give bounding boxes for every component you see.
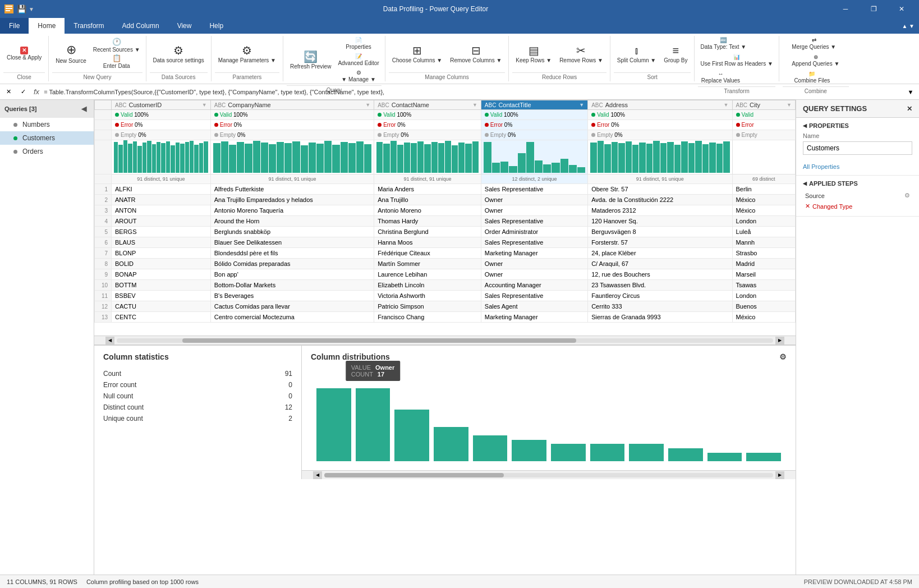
minimize-btn[interactable]: ─ [833, 0, 858, 18]
address-cell: Forsterstr. 57 [588, 237, 732, 248]
table-row[interactable]: 13 CENTC Centro comercial Moctezuma Fran… [95, 312, 796, 323]
qs-close-btn[interactable]: ✕ [907, 105, 912, 113]
dist-bar[interactable] [629, 444, 664, 461]
replace-values-btn[interactable]: ↔ Replace Values [698, 70, 743, 85]
table-row[interactable]: 1 ALFKI Alfreds Futterkiste Maria Anders… [95, 184, 796, 195]
stats-list: Count91Error count0Null count0Distinct c… [103, 368, 292, 424]
col-header-contactname[interactable]: ABC ContactName ▼ [374, 100, 481, 110]
col-dist-settings-btn[interactable]: ⚙ [779, 352, 787, 361]
query-item-orders[interactable]: Orders [0, 145, 94, 158]
params-group-label: Parameters [215, 72, 279, 81]
table-row[interactable]: 3 ANTON Antonio Moreno Taquería Antonio … [95, 205, 796, 216]
horizontal-scroll-bar[interactable]: ◀ ▶ [94, 336, 796, 344]
dist-bar[interactable] [316, 388, 351, 461]
formula-input[interactable] [44, 89, 902, 95]
dist-scroll-track[interactable] [324, 473, 773, 477]
refresh-preview-btn[interactable]: 🔄 Refresh Preview [287, 43, 334, 77]
close-btn[interactable]: ✕ [889, 0, 915, 18]
query-item-customers[interactable]: Customers [0, 131, 94, 145]
qs-all-properties-link[interactable]: All Properties [803, 163, 839, 170]
table-row[interactable]: 12 CACTU Cactus Comidas para llevar Patr… [95, 301, 796, 312]
scroll-left-btn[interactable]: ◀ [105, 337, 114, 344]
tab-view[interactable]: View [168, 18, 201, 34]
enter-data-btn[interactable]: 📋 Enter Data [91, 54, 143, 70]
close-apply-btn[interactable]: ✕ Close & Apply [3, 37, 45, 71]
split-column-btn[interactable]: ⫾ Split Column ▼ [614, 37, 659, 71]
dist-scroll-bar[interactable]: ◀ ▶ [302, 470, 796, 479]
row-num-cell: 3 [95, 205, 112, 216]
table-scroll-area[interactable]: ABC CustomerID ▼ ABC CompanyName ▼ [94, 100, 796, 336]
city-cell: Buenos [732, 301, 795, 312]
dist-bar[interactable] [590, 444, 625, 461]
applied-step-source[interactable]: Source⚙ [803, 190, 912, 201]
dist-scroll-right[interactable]: ▶ [775, 471, 784, 479]
col-header-customerid[interactable]: ABC CustomerID ▼ [112, 100, 211, 110]
recent-sources-btn[interactable]: 🕐 Recent Sources ▼ [91, 38, 143, 53]
manage-query-btn[interactable]: ⚙ ▼ Manage ▼ [336, 68, 381, 84]
tab-transform[interactable]: Transform [65, 18, 113, 34]
dist-bar[interactable] [434, 427, 468, 461]
ribbon-group-mc-buttons: ⊞ Choose Columns ▼ ⊟ Remove Columns ▼ [389, 36, 506, 71]
dist-bar[interactable] [707, 453, 742, 461]
save-icon[interactable]: 💾 [17, 4, 26, 13]
col-header-companyname[interactable]: ABC CompanyName ▼ [210, 100, 374, 110]
manage-icon: ⚙ [356, 70, 361, 76]
table-row[interactable]: 5 BERGS Berglunds snabbköp Christina Ber… [95, 227, 796, 237]
table-row[interactable]: 10 BOTTM Bottom-Dollar Markets Elizabeth… [95, 280, 796, 291]
merge-queries-btn[interactable]: ⇄ Merge Queries ▼ [789, 36, 838, 52]
col-header-address[interactable]: ABC Address ▼ [588, 100, 732, 110]
table-row[interactable]: 9 BONAP Bon app' Laurence Lebihan Owner … [95, 269, 796, 280]
table-row[interactable]: 7 BLONP Blondesddsl père et fils Frédéri… [95, 248, 796, 259]
col-header-contacttitle[interactable]: ABC ContactTitle ▼ [481, 100, 587, 110]
dist-bar[interactable] [668, 448, 703, 461]
tab-help[interactable]: Help [200, 18, 232, 34]
group-by-btn[interactable]: ≡ Group By [660, 37, 691, 71]
choose-columns-btn[interactable]: ⊞ Choose Columns ▼ [389, 37, 445, 71]
remove-rows-btn[interactable]: ✂ Remove Rows ▼ [556, 37, 606, 71]
companyname-cell: Antonio Moreno Taquería [210, 205, 374, 216]
col-header-city[interactable]: ABC City ▼ [732, 100, 795, 110]
table-row[interactable]: 11 BSBEV B's Beverages Victoria Ashworth… [95, 291, 796, 301]
table-row[interactable]: 2 ANATR Ana Trujillo Emparedados y helad… [95, 195, 796, 205]
dist-scroll-left[interactable]: ◀ [313, 471, 322, 479]
dist-bar[interactable]: VALUEOwner COUNT17 [356, 388, 390, 461]
dist-chart[interactable]: VALUEOwner COUNT17 [311, 366, 787, 461]
data-source-settings-btn[interactable]: ⚙ Data source settings [150, 37, 208, 71]
new-source-btn[interactable]: ⊕ New Source [52, 37, 89, 71]
dist-bar[interactable] [473, 435, 508, 461]
append-queries-btn[interactable]: ⊕ Append Queries ▼ [789, 53, 842, 68]
keep-rows-btn[interactable]: ▤ Keep Rows ▼ [512, 37, 555, 71]
dist-bar[interactable] [551, 444, 586, 461]
query-item-numbers[interactable]: Numbers [0, 118, 94, 131]
data-type-btn[interactable]: 🔤 Data Type: Text ▼ [698, 36, 748, 52]
table-row[interactable]: 6 BLAUS Blauer See Delikatessen Hanna Mo… [95, 237, 796, 248]
tab-home[interactable]: Home [29, 18, 65, 34]
table-row[interactable]: 8 BOLID Bólido Comidas preparadas Martín… [95, 259, 796, 269]
applied-step-changed-type[interactable]: ✕Changed Type [803, 201, 912, 212]
ribbon-group-c-buttons: ⇄ Merge Queries ▼ ⊕ Append Queries ▼ 📁 C… [789, 36, 842, 85]
window-controls[interactable]: ─ ❐ ✕ [833, 0, 915, 18]
qs-name-input[interactable] [803, 141, 912, 155]
tab-add-column[interactable]: Add Column [113, 18, 168, 34]
remove-columns-btn[interactable]: ⊟ Remove Columns ▼ [447, 37, 505, 71]
manage-parameters-btn[interactable]: ⚙ Manage Parameters ▼ [215, 37, 279, 71]
dist-bar[interactable] [394, 410, 429, 461]
collapse-queries-btn[interactable]: ◀ [78, 103, 89, 114]
app-icon [4, 4, 13, 13]
dist-bar[interactable] [746, 453, 781, 461]
properties-btn[interactable]: 📄 Properties [336, 36, 381, 52]
first-row-btn[interactable]: 📊 Use First Row as Headers ▼ [698, 53, 775, 68]
scroll-right-btn[interactable]: ▶ [775, 337, 784, 344]
combine-files-btn[interactable]: 📁 Combine Files [789, 70, 834, 85]
formula-expand-btn[interactable]: ▼ [904, 86, 917, 98]
table-row[interactable]: 4 AROUT Around the Horn Thomas Hardy Sal… [95, 216, 796, 227]
scroll-track[interactable] [117, 338, 773, 343]
formula-confirm-btn[interactable]: ✓ [17, 86, 29, 98]
advanced-editor-btn[interactable]: 📝 Advanced Editor [336, 52, 381, 68]
formula-delete-btn[interactable]: ✕ [2, 86, 15, 98]
step-gear-icon[interactable]: ⚙ [904, 192, 910, 199]
tab-file[interactable]: File [0, 18, 29, 34]
dist-bar[interactable] [512, 440, 546, 461]
addr-distinct: 91 distinct, 91 unique [588, 174, 732, 184]
restore-btn[interactable]: ❐ [861, 0, 886, 18]
